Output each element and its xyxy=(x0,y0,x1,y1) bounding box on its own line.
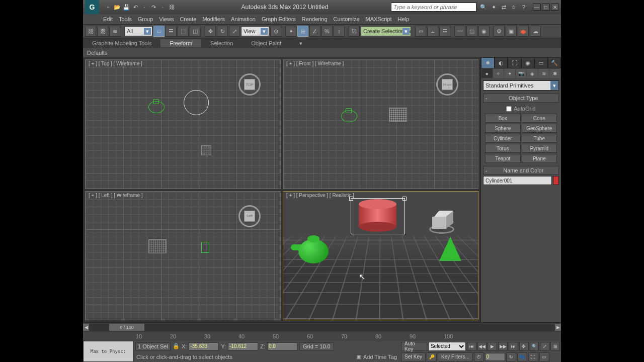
next-frame-icon[interactable]: ▶▶ xyxy=(498,342,508,351)
btn-box[interactable]: Box xyxy=(485,114,521,123)
autogrid-checkbox[interactable]: AutoGrid xyxy=(485,106,557,112)
percent-snap-icon[interactable]: % xyxy=(321,26,333,37)
redo-icon[interactable]: ↷ xyxy=(149,3,157,11)
rollout-object-type[interactable]: -Object Type xyxy=(483,94,559,103)
menu-tools[interactable]: Tools xyxy=(119,16,132,22)
viewport-top[interactable]: [ + ] [ Top ] [ Wireframe ] TOP xyxy=(85,59,281,189)
menu-rendering[interactable]: Rendering xyxy=(302,16,328,22)
minimize-button[interactable]: — xyxy=(533,4,541,11)
ref-coord-combo[interactable]: View xyxy=(241,26,269,36)
window-crossing-icon[interactable]: ◫ xyxy=(190,26,201,37)
rollout-name-color[interactable]: -Name and Color xyxy=(483,166,559,175)
nav-pan-icon[interactable]: ✥ xyxy=(519,342,529,351)
material-editor-icon[interactable]: ◉ xyxy=(478,26,490,37)
coord-y-input[interactable] xyxy=(228,342,258,350)
link-icon[interactable]: ⛓ xyxy=(168,3,176,11)
keymode-select[interactable]: Selected xyxy=(428,342,466,351)
ribbon-tab-objectpaint[interactable]: Object Paint xyxy=(242,39,290,47)
time-prev-icon[interactable]: ◀ xyxy=(83,324,89,331)
render-frame-icon[interactable]: ▣ xyxy=(506,26,517,37)
btn-geosphere[interactable]: GeoSphere xyxy=(522,124,557,133)
key-icon[interactable]: 🔑 xyxy=(427,352,437,361)
keyfilters-button[interactable]: Key Filters... xyxy=(438,352,473,361)
select-tool-icon[interactable]: ▭ xyxy=(153,26,165,37)
viewport-left[interactable]: [ + ] [ Left ] [ Wireframe ] Left xyxy=(85,191,281,321)
help-icon[interactable]: ? xyxy=(520,3,528,11)
angle-snap-icon[interactable]: ∠ xyxy=(309,26,320,37)
select-name-icon[interactable]: ☰ xyxy=(166,26,177,37)
coord-z-input[interactable] xyxy=(267,342,297,350)
lock-icon[interactable]: 🔒 xyxy=(173,343,180,349)
menu-create[interactable]: Create xyxy=(180,16,196,22)
subtab-geometry-icon[interactable]: ● xyxy=(481,69,493,78)
render-setup-icon[interactable]: ⚙ xyxy=(494,26,505,37)
btn-torus[interactable]: Torus xyxy=(485,144,521,153)
maximize-button[interactable]: □ xyxy=(542,4,550,11)
manipulate-icon[interactable]: ✦ xyxy=(285,26,296,37)
subtab-helpers-icon[interactable]: ◈ xyxy=(527,69,538,78)
menu-maxscript[interactable]: MAXScript xyxy=(366,16,392,22)
schematic-icon[interactable]: ◫ xyxy=(466,26,477,37)
time-handle[interactable]: 0 / 100 xyxy=(109,324,144,331)
ribbon-more-icon[interactable]: ▾ xyxy=(290,39,311,48)
object-name-input[interactable] xyxy=(483,176,552,185)
primitive-type-combo[interactable]: Standard Primitives xyxy=(483,80,559,90)
coord-x-input[interactable] xyxy=(189,342,219,350)
nav-maximize-icon[interactable]: ⛶ xyxy=(528,352,538,361)
link-tool-icon[interactable]: ⛓ xyxy=(85,26,96,37)
nav-walk-icon[interactable]: 👣 xyxy=(517,352,527,361)
box-object[interactable] xyxy=(432,211,450,229)
save-icon[interactable]: 💾 xyxy=(122,3,130,11)
viewport-front[interactable]: [ + ] [ Front ] [ Wireframe ] Front xyxy=(283,59,478,189)
btn-cylinder[interactable]: Cylinder xyxy=(485,134,521,143)
pivot-icon[interactable]: ⊙ xyxy=(270,26,281,37)
teapot-object[interactable] xyxy=(291,234,336,264)
selection-set-combo[interactable]: Create Selection Se xyxy=(361,26,411,36)
unlink-tool-icon[interactable]: ⛓̸ xyxy=(97,26,108,37)
play-icon[interactable]: ▶ xyxy=(488,342,497,351)
menu-grapheditors[interactable]: Graph Editors xyxy=(262,16,296,22)
goto-end-icon[interactable]: ⏭ xyxy=(509,342,518,351)
move-tool-icon[interactable]: ✥ xyxy=(205,26,216,37)
time-config-icon[interactable]: ⏱ xyxy=(474,352,484,361)
btn-tube[interactable]: Tube xyxy=(522,134,557,143)
cone-object[interactable] xyxy=(439,237,461,261)
menu-views[interactable]: Views xyxy=(159,16,174,22)
time-ruler[interactable]: 10 20 30 40 50 60 70 80 90 100 xyxy=(83,332,561,341)
setkey-button[interactable]: Set Key xyxy=(401,352,426,361)
btn-pyramid[interactable]: Pyramid xyxy=(522,144,557,153)
selection-filter-combo[interactable]: All xyxy=(124,26,152,36)
menu-help[interactable]: Help xyxy=(398,16,410,22)
btn-plane[interactable]: Plane xyxy=(522,154,557,163)
open-icon[interactable]: 📂 xyxy=(113,3,121,11)
ribbon-defaults-label[interactable]: Defaults xyxy=(87,50,107,56)
time-slider[interactable]: ◀ 0 / 100 ▶ xyxy=(83,323,561,332)
menu-group[interactable]: Group xyxy=(138,16,153,22)
curve-editor-icon[interactable]: 〰 xyxy=(454,26,465,37)
scale-tool-icon[interactable]: ⤢ xyxy=(229,26,240,37)
render-prod-icon[interactable]: ☁ xyxy=(530,26,541,37)
cylinder-object[interactable] xyxy=(359,199,396,227)
close-button[interactable]: ✕ xyxy=(551,4,559,11)
object-color-swatch[interactable] xyxy=(553,176,559,185)
panel-tab-utilities-icon[interactable]: 🔨 xyxy=(548,57,561,68)
bind-icon[interactable]: ≋ xyxy=(109,26,120,37)
exchange-icon[interactable]: ⇄ xyxy=(500,3,508,11)
btn-sphere[interactable]: Sphere xyxy=(485,124,521,133)
select-region-icon[interactable]: ⬚ xyxy=(178,26,189,37)
add-time-tag[interactable]: ▣ Add Time Tag xyxy=(356,353,397,360)
ribbon-tab-freeform[interactable]: Freeform xyxy=(160,39,201,47)
subtab-spacewarps-icon[interactable]: ≋ xyxy=(538,69,549,78)
nav-orbit-icon[interactable]: ↻ xyxy=(506,352,516,361)
menu-customize[interactable]: Customize xyxy=(334,16,360,22)
subtab-lights-icon[interactable]: ✦ xyxy=(504,69,515,78)
panel-tab-create-icon[interactable]: ✹ xyxy=(481,57,495,68)
prev-frame-icon[interactable]: ◀◀ xyxy=(477,342,487,351)
subtab-shapes-icon[interactable]: ✧ xyxy=(493,69,504,78)
key-icon[interactable]: ✦ xyxy=(490,3,498,11)
panel-tab-display-icon[interactable]: ▭ xyxy=(534,57,548,68)
nav-fov-icon[interactable]: ⤢ xyxy=(540,342,549,351)
render-icon[interactable]: 🫖 xyxy=(518,26,529,37)
mirror-icon[interactable]: ⇔ xyxy=(415,26,426,37)
nav-zoom-icon[interactable]: 🔍 xyxy=(530,342,539,351)
